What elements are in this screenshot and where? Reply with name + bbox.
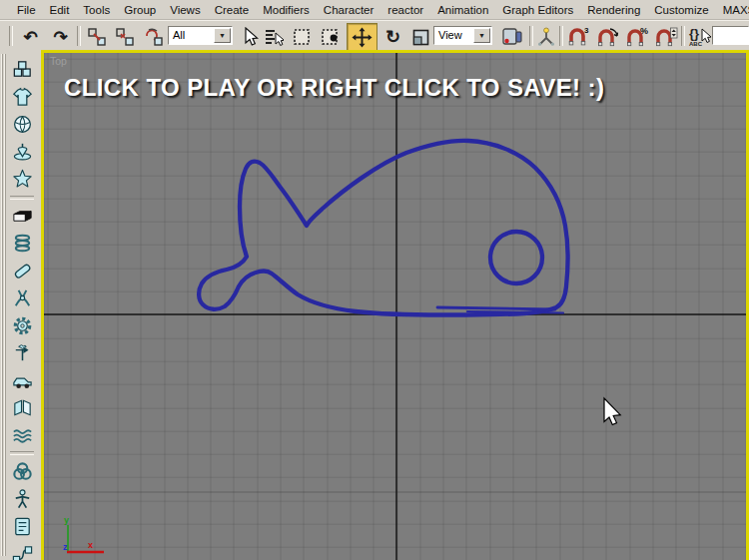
wind-button[interactable] (8, 339, 36, 367)
select-and-rotate-button[interactable]: ↻ (378, 23, 407, 51)
menu-graph-editors[interactable]: Graph Editors (495, 4, 580, 16)
selection-filter-dropdown[interactable]: All ▼ (168, 26, 233, 45)
select-and-manipulate-button[interactable] (533, 23, 559, 51)
menu-views[interactable]: Views (163, 4, 207, 16)
angle-snap-button[interactable] (593, 23, 623, 51)
water-icon (11, 424, 34, 447)
cloth-modifier-button[interactable] (8, 203, 36, 231)
menu-group[interactable]: Group (117, 4, 163, 16)
reference-coordinate-system-value: View (438, 29, 462, 41)
spinner-snap-button[interactable] (651, 23, 681, 51)
menu-maxscript[interactable]: MAXScript (716, 4, 749, 16)
window-crossing-icon (321, 27, 341, 47)
constraint-solver-icon (11, 543, 34, 560)
snap-3d-label: 3 (584, 26, 589, 35)
named-selection-set-field[interactable] (712, 26, 749, 45)
preview-animation-icon (11, 460, 34, 483)
menu-create[interactable]: Create (208, 4, 257, 16)
water-button[interactable] (8, 422, 36, 450)
fracture-icon (11, 396, 34, 419)
menu-tools[interactable]: Tools (76, 4, 117, 16)
main-toolbar: ↶ ↷ All (0, 20, 749, 52)
properties-button[interactable] (8, 513, 36, 541)
edit-named-selection-sets-button[interactable]: {} ABC (684, 23, 713, 51)
rigid-body-collection-button[interactable] (8, 56, 36, 84)
menu-rendering[interactable]: Rendering (580, 4, 647, 16)
x-axis-label: x (88, 540, 93, 550)
preview-animation-button[interactable] (8, 458, 36, 486)
bind-to-space-warp-icon (144, 27, 164, 47)
toy-car-icon (11, 369, 34, 392)
sidebar-separator (10, 451, 34, 455)
select-by-name-button[interactable] (260, 23, 287, 51)
window-crossing-button[interactable] (316, 23, 345, 51)
spinner-snap-icon (654, 26, 678, 48)
percent-snap-icon: % (625, 26, 649, 48)
fracture-button[interactable] (8, 394, 36, 422)
motor-button[interactable] (8, 312, 36, 340)
rope-collection-button[interactable] (8, 139, 36, 167)
hinge-constraint-button[interactable] (8, 284, 36, 312)
unlink-selection-button[interactable] (111, 23, 139, 51)
menu-animation[interactable]: Animation (430, 4, 495, 16)
snap-toggle-3d-icon: 3 (566, 26, 590, 48)
use-pivot-point-center-icon (500, 27, 524, 47)
soft-body-modifier-icon (11, 232, 34, 255)
select-and-rotate-icon: ↻ (385, 28, 400, 46)
toy-car-button[interactable] (8, 367, 36, 395)
soft-body-collection-button[interactable] (8, 111, 36, 139)
constraint-solver-button[interactable] (8, 541, 36, 560)
soft-body-modifier-button[interactable] (8, 230, 36, 258)
reference-coordinate-system-dropdown[interactable]: View ▼ (433, 26, 492, 45)
undo-button[interactable]: ↶ (16, 23, 45, 51)
rectangular-selection-region-button[interactable] (288, 23, 315, 51)
rope-modifier-button[interactable] (8, 258, 36, 285)
wind-icon (11, 341, 34, 364)
top-viewport[interactable]: y z x Top CLICK TO PLAY OR RIGHT CLICK T… (41, 50, 749, 560)
select-and-move-button[interactable] (347, 23, 377, 51)
percent-snap-button[interactable]: % (622, 23, 652, 51)
menu-file[interactable]: File (10, 4, 43, 16)
dropdown-arrow-icon[interactable]: ▼ (214, 28, 231, 43)
viewport-canvas[interactable]: y z x Top CLICK TO PLAY OR RIGHT CLICK T… (44, 53, 746, 560)
cloth-collection-button[interactable] (8, 84, 36, 112)
select-and-link-button[interactable] (83, 23, 111, 51)
whale-spline[interactable] (199, 141, 567, 315)
dropdown-arrow-icon[interactable]: ▼ (473, 28, 490, 43)
menu-character[interactable]: Character (317, 4, 381, 16)
viewport-drawing: y z x (44, 53, 746, 560)
ragdoll-icon (11, 488, 34, 511)
toolbar-separator (77, 26, 81, 46)
click-to-play-overlay[interactable]: CLICK TO PLAY OR RIGHT CLICK TO SAVE! :) (64, 74, 604, 102)
menu-customize[interactable]: Customize (647, 4, 715, 16)
menu-edit[interactable]: Edit (43, 4, 77, 16)
cloth-collection-icon (11, 86, 34, 109)
sidebar-separator (10, 196, 34, 200)
redo-button[interactable]: ↷ (46, 23, 75, 51)
deforming-mesh-collection-button[interactable] (8, 166, 36, 194)
snap-toggle-3d-button[interactable]: 3 (563, 23, 593, 51)
bind-to-space-warp-button[interactable] (139, 23, 168, 51)
ragdoll-button[interactable] (8, 486, 36, 514)
select-object-button[interactable] (238, 23, 262, 51)
deforming-mesh-collection-icon (11, 168, 34, 191)
brace-glyph: {} (689, 26, 699, 41)
viewport-label[interactable]: Top (50, 55, 67, 67)
rope-modifier-icon (11, 260, 34, 282)
3ds-max-window: File Edit Tools Group Views Create Modif… (0, 0, 749, 560)
whale-mouth-line (437, 307, 555, 309)
abc-label: ABC (689, 41, 703, 47)
use-pivot-point-center-button[interactable] (496, 23, 528, 51)
rigid-body-collection-icon (11, 58, 34, 81)
percent-snap-label: % (640, 26, 648, 36)
menu-reactor[interactable]: reactor (380, 4, 430, 16)
cloth-modifier-icon (11, 205, 34, 228)
angle-snap-icon (596, 26, 620, 48)
y-axis-label: y (64, 515, 69, 525)
motor-icon (11, 314, 34, 337)
select-and-scale-button[interactable] (407, 23, 434, 51)
toolbar-grip[interactable] (1, 54, 6, 556)
select-and-link-icon (87, 27, 107, 47)
menu-modifiers[interactable]: Modifiers (256, 4, 317, 16)
select-by-name-icon (264, 27, 284, 47)
